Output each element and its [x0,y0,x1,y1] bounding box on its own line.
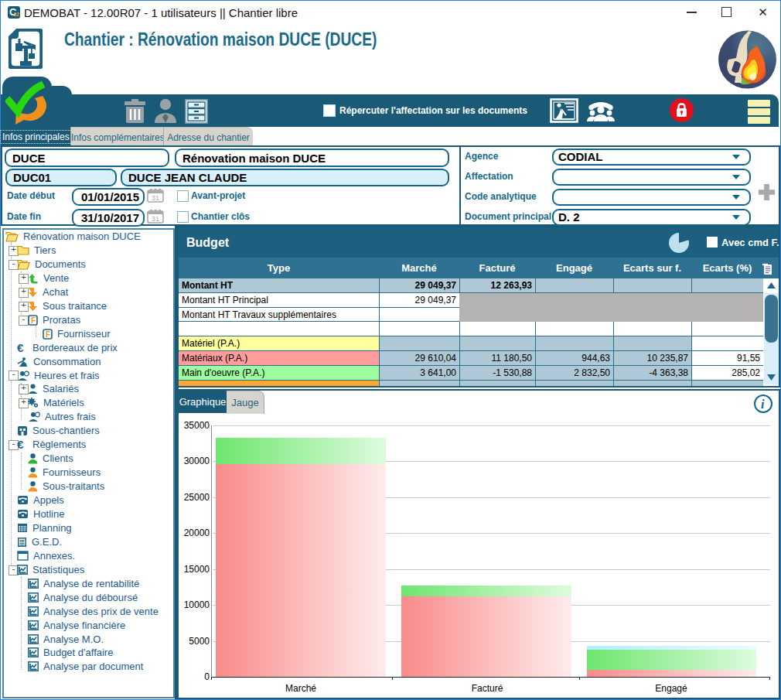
svg-text:31: 31 [152,194,159,202]
svg-text:31: 31 [152,215,159,223]
svg-text:€: € [17,343,24,353]
svg-text:€: € [17,439,24,450]
svg-text:F: F [31,316,36,325]
svg-text:F: F [46,330,50,339]
svg-text:i: i [761,398,765,411]
